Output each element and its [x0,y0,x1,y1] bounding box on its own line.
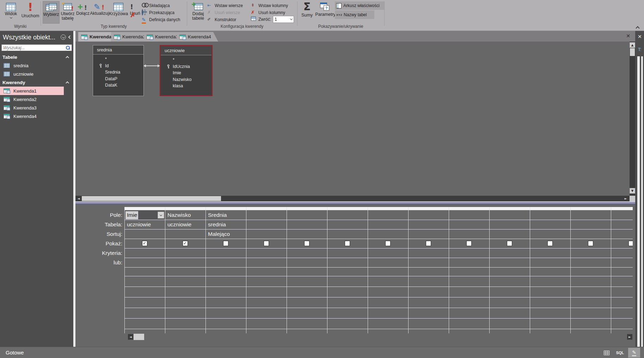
grid-hscroll-thumb[interactable] [134,334,144,340]
return-combobox[interactable]: 1 [273,16,294,23]
sidebar-item-kwerenda2[interactable]: Kwerenda2 [0,95,64,103]
field-srednia[interactable]: Srednia [93,69,143,76]
grid-cell-pole[interactable]: Nazwisko [165,210,206,220]
passthrough-query-button[interactable]: Przekazująca [142,9,174,16]
view-button[interactable]: Widok [2,1,20,24]
column-header[interactable] [611,207,633,210]
scroll-up-icon[interactable]: ▲ [630,42,635,48]
column-header[interactable] [327,207,368,210]
sidebar-item-kwerenda4[interactable]: Kwerenda4 [0,112,64,120]
show-checkbox[interactable] [385,241,391,246]
close-icon[interactable]: ✕ [638,34,642,39]
column-header[interactable] [490,207,530,210]
nav-menu-icon[interactable] [61,34,66,40]
field-star[interactable]: * [161,57,211,63]
totals-button[interactable]: Σ Sumy [300,1,314,24]
hscroll-thumb[interactable] [82,196,221,201]
column-header[interactable] [246,207,287,210]
grid-cell-tabela[interactable]: uczniowie [165,220,206,229]
grid-cell-pole[interactable]: Srednia [206,210,246,220]
table-names-button[interactable]: XYZ Nazwy tabel [335,11,374,19]
insert-rows-button[interactable]: ⇤ Wstaw wiersze [207,2,243,9]
show-checkbox[interactable] [466,241,472,246]
crosstab-query-button[interactable]: Krzyżowa [109,1,128,24]
show-checkbox[interactable]: ✓ [142,241,147,246]
column-header[interactable] [368,207,408,210]
delete-rows-button[interactable]: ✗ Usuń wiersze [207,9,240,16]
delete-query-button[interactable]: ! ✗ Usuń [128,1,142,24]
design-view-button[interactable]: ✎ [628,348,640,358]
grid-cell-tabela[interactable]: srednia [206,220,246,229]
sql-view-button[interactable]: SQL [614,348,626,358]
insert-columns-button[interactable]: ⇞ Wstaw kolumny [251,2,288,9]
grid-cell-tabela[interactable]: uczniowie [124,220,165,229]
shutter-close-icon[interactable] [68,36,72,39]
builder-button[interactable]: ✐ Konstruktor [207,16,236,23]
field-imie[interactable]: Imie [161,70,211,76]
scroll-left-icon[interactable]: ◄ [76,196,81,201]
select-query-button[interactable]: Wybierz [43,1,60,24]
scroll-left-icon[interactable]: ◄ [128,334,133,340]
show-checkbox[interactable] [426,241,431,246]
data-definition-button[interactable]: ✎ Definicja danych [142,16,180,23]
join-line[interactable] [144,65,160,66]
column-header[interactable] [530,207,570,210]
field-id[interactable]: Id [93,63,143,69]
column-header[interactable] [206,207,246,210]
field-datap[interactable]: DataP [93,76,143,82]
show-checkbox[interactable] [588,241,593,246]
datasheet-view-button[interactable] [601,348,613,358]
sidebar-section-kwerendy[interactable]: Kwerendy [0,78,73,87]
field-iducznia[interactable]: IdUcznia [161,63,211,70]
update-query-button[interactable]: ✎ ! Aktualizuj [90,1,109,24]
parameters-button[interactable]: ? Parametry [315,1,336,24]
show-checkbox[interactable] [345,241,350,246]
append-query-button[interactable]: + ! Dołącz [76,1,90,24]
diagram-vscrollbar[interactable] [630,42,635,196]
column-header[interactable] [409,207,449,210]
run-button[interactable]: ! Uruchom [20,1,40,24]
grid-cell-sortuj[interactable]: Malejąco [206,229,246,239]
field-star[interactable]: * [93,56,143,63]
scroll-down-icon[interactable]: ▼ [630,188,635,194]
field-combobox[interactable]: Imie [125,211,165,220]
show-checkbox[interactable]: ✓ [183,241,188,246]
column-header[interactable] [571,207,611,210]
tab-kwerenda4[interactable]: Kwerenda4 [177,32,218,42]
sidebar-item-kwerenda1[interactable]: Kwerenda1 [0,87,64,95]
delete-columns-button[interactable]: ✗ Usuń kolumny [251,9,285,16]
field-list-uczniowie[interactable]: uczniowie*IdUczniaImieNazwiskoklasa [160,45,213,96]
collapse-ribbon-button[interactable] [634,25,642,31]
show-checkbox[interactable] [628,241,633,246]
column-header[interactable] [449,207,489,210]
sidebar-item-uczniowie[interactable]: uczniowie [0,70,64,78]
vscroll-thumb[interactable] [630,48,635,56]
field-nazwisko[interactable]: Nazwisko [161,76,211,83]
search-icon[interactable] [66,45,70,50]
column-header[interactable] [287,207,327,210]
pane-splitter[interactable] [75,201,635,205]
sidebar-item-srednia[interactable]: srednia [0,61,64,70]
sidebar-section-tabele[interactable]: Tabele [0,53,73,61]
show-checkbox[interactable] [264,241,269,246]
close-document-icon[interactable]: ✕ [625,33,631,39]
add-tables-button[interactable]: + Dodaj tabele [190,1,207,24]
scroll-right-icon[interactable]: ► [627,334,632,340]
property-sheet-button[interactable]: Arkusz właściwości [335,1,384,10]
union-query-button[interactable]: Składająca [142,2,170,9]
combobox-dropdown-button[interactable] [158,212,164,219]
show-checkbox[interactable] [507,241,512,246]
search-input[interactable] [2,45,66,50]
make-table-query-button[interactable]: ✶ ! Utwórz tabelę [60,1,75,24]
field-list-srednia[interactable]: srednia*IdSredniaDataPDataK [93,45,144,96]
sidebar-item-kwerenda3[interactable]: Kwerenda3 [0,103,64,112]
show-checkbox[interactable] [304,241,309,246]
field-klasa[interactable]: klasa [161,83,211,89]
field-datak[interactable]: DataK [93,82,143,89]
show-checkbox[interactable] [223,241,228,246]
diagram-hscrollbar[interactable]: ◄ ► [75,196,630,201]
scroll-right-icon[interactable]: ► [623,196,628,201]
column-header[interactable] [125,207,165,210]
show-checkbox[interactable] [547,241,553,246]
column-header[interactable] [165,207,206,210]
